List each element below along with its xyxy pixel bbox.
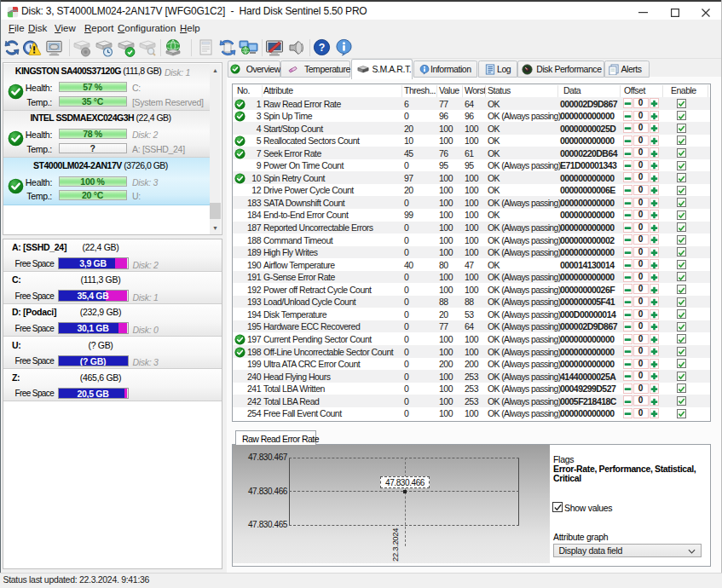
svg-text:?: ? [319, 42, 326, 54]
